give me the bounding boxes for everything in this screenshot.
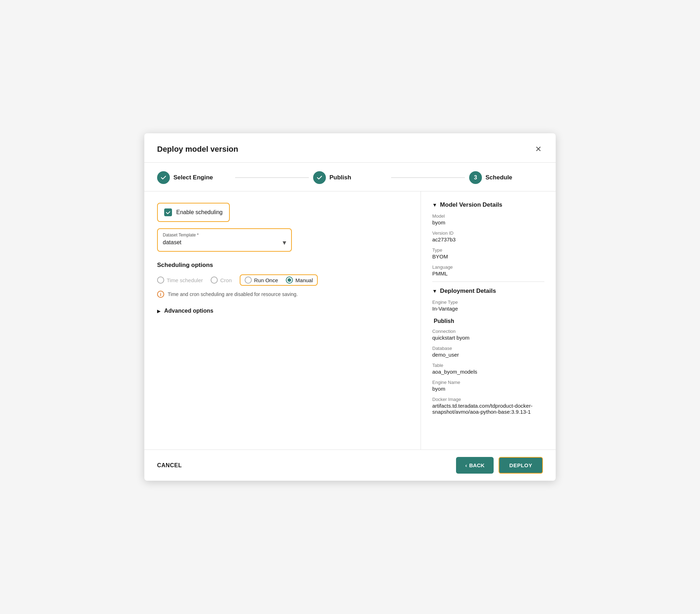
run-once-manual-box: Run Once Manual [240, 274, 318, 286]
step-line-1 [235, 177, 309, 178]
version-id-label: Version ID [432, 230, 544, 236]
model-row: Model byom [432, 213, 544, 225]
database-value: demo_user [432, 352, 544, 358]
enable-scheduling-label: Enable scheduling [176, 209, 223, 216]
modal-header: Deploy model version ✕ [144, 133, 556, 163]
sidebar-divider [432, 281, 544, 282]
radio-circle-time [157, 277, 164, 284]
radio-time-scheduler[interactable]: Time scheduler [157, 277, 203, 284]
database-label: Database [432, 346, 544, 351]
dd-arrow-icon: ▼ [432, 288, 437, 294]
radio-circle-cron [211, 277, 218, 284]
model-version-details-title: ▼ Model Version Details [432, 201, 544, 208]
step-1-label: Select Engine [173, 174, 213, 181]
main-content: Enable scheduling Dataset Template * dat… [144, 191, 421, 450]
radio-manual[interactable]: Manual [286, 277, 313, 284]
modal-body: Enable scheduling Dataset Template * dat… [144, 191, 556, 450]
connection-row: Connection quickstart byom [432, 329, 544, 341]
deployment-details-title: ▼ Deployment Details [432, 288, 544, 295]
dataset-template-box: Dataset Template * dataset ▾ [157, 228, 292, 252]
enable-scheduling-box[interactable]: Enable scheduling [157, 203, 230, 222]
advanced-options[interactable]: ▶ Advanced options [157, 308, 408, 314]
step-line-2 [391, 177, 465, 178]
back-button[interactable]: ‹ BACK [456, 457, 494, 474]
model-label: Model [432, 213, 544, 219]
radio-circle-manual [286, 277, 293, 284]
back-chevron-icon: ‹ [465, 462, 467, 468]
step-2-circle [313, 171, 326, 184]
version-id-row: Version ID ac2737b3 [432, 230, 544, 242]
radio-label-time: Time scheduler [167, 277, 203, 283]
info-icon: i [157, 291, 164, 298]
docker-image-row: Docker Image artifacts.td.teradata.com/t… [432, 397, 544, 415]
mvd-arrow-icon: ▼ [432, 202, 437, 208]
radio-group: Time scheduler Cron Run Once [157, 274, 408, 286]
language-value: PMML [432, 270, 544, 277]
engine-type-label: Engine Type [432, 300, 544, 305]
dataset-template-label: Dataset Template * [163, 233, 286, 238]
cancel-button[interactable]: CANCEL [157, 462, 182, 469]
publish-subtitle: Publish [432, 318, 544, 324]
triangle-icon: ▶ [157, 308, 161, 314]
connection-value: quickstart byom [432, 335, 544, 341]
table-value: aoa_byom_models [432, 369, 544, 375]
language-row: Language PMML [432, 264, 544, 277]
step-3-label: Schedule [485, 174, 512, 181]
step-2: Publish [313, 171, 387, 184]
advanced-options-label: Advanced options [164, 308, 213, 314]
model-value: byom [432, 219, 544, 225]
connection-label: Connection [432, 329, 544, 334]
step-3-circle: 3 [469, 171, 482, 184]
database-row: Database demo_user [432, 346, 544, 358]
dataset-select-row: dataset ▾ [163, 238, 286, 247]
stepper: Select Engine Publish 3 Schedule [144, 163, 556, 191]
modal-footer: CANCEL ‹ BACK DEPLOY [144, 450, 556, 481]
step-1: Select Engine [157, 171, 231, 184]
engine-name-value: byom [432, 386, 544, 392]
radio-label-run-once: Run Once [254, 277, 278, 283]
info-row: i Time and cron scheduling are disabled … [157, 291, 408, 298]
step-1-circle [157, 171, 170, 184]
type-label: Type [432, 247, 544, 253]
table-row: Table aoa_byom_models [432, 363, 544, 375]
deploy-button[interactable]: DEPLOY [499, 457, 543, 474]
engine-type-row: Engine Type In-Vantage [432, 300, 544, 312]
table-label: Table [432, 363, 544, 368]
info-text: Time and cron scheduling are disabled fo… [168, 291, 298, 297]
scheduling-options-title: Scheduling options [157, 262, 408, 269]
docker-image-value: artifacts.td.teradata.com/tdproduct-dock… [432, 403, 544, 415]
dataset-value: dataset [163, 239, 181, 246]
close-button[interactable]: ✕ [534, 143, 543, 155]
engine-name-row: Engine Name byom [432, 380, 544, 392]
engine-type-value: In-Vantage [432, 306, 544, 312]
engine-name-label: Engine Name [432, 380, 544, 385]
dropdown-icon[interactable]: ▾ [283, 238, 286, 247]
radio-label-manual: Manual [295, 277, 313, 283]
language-label: Language [432, 264, 544, 270]
step-2-label: Publish [329, 174, 351, 181]
footer-right: ‹ BACK DEPLOY [456, 457, 543, 474]
version-id-value: ac2737b3 [432, 236, 544, 242]
radio-circle-run-once [245, 277, 252, 284]
deploy-model-modal: Deploy model version ✕ Select Engine Pub… [144, 133, 556, 481]
modal-title: Deploy model version [157, 145, 238, 154]
docker-image-label: Docker Image [432, 397, 544, 402]
type-row: Type BYOM [432, 247, 544, 259]
type-value: BYOM [432, 253, 544, 259]
radio-run-once[interactable]: Run Once [245, 277, 278, 284]
enable-scheduling-checkbox[interactable] [164, 208, 172, 216]
step-3: 3 Schedule [469, 171, 543, 184]
radio-label-cron: Cron [220, 277, 232, 283]
sidebar: ▼ Model Version Details Model byom Versi… [421, 191, 556, 450]
radio-cron[interactable]: Cron [211, 277, 232, 284]
